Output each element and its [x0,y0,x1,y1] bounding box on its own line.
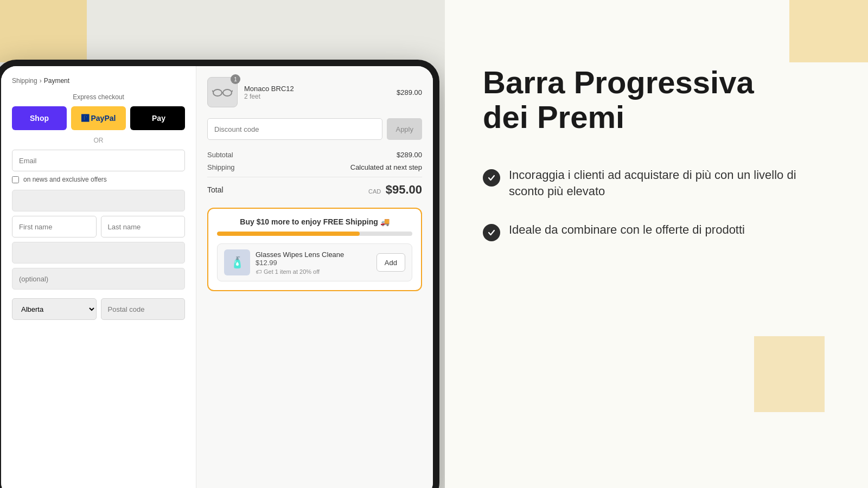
form-section: on news and exclusive offers Alberta [12,150,185,320]
province-row: Alberta [12,298,185,320]
order-summary: 1 Monaco BRC12 2 feet [196,66,433,488]
checkout-sidebar: Shipping › Payment Express checkout Shop… [1,66,196,488]
product-info: Monaco BRC12 2 feet [244,85,390,100]
deco-yellow-top [0,0,87,62]
address-field[interactable] [12,190,185,211]
product-price: $289.00 [397,88,422,97]
check-icon-1 [483,169,500,187]
tablet-screen: Shipping › Payment Express checkout Shop… [1,66,433,488]
progress-bar-fill [217,232,360,236]
paypal-logo: 🅿 PayPal [81,114,116,123]
feature-item-1: Incoraggia i clienti ad acquistare di pi… [483,167,830,201]
breadcrumb-arrow: › [40,77,42,85]
product-badge: 1 [231,74,240,84]
email-field[interactable] [12,150,185,171]
summary-divider [207,177,422,177]
upsell-name: Glasses Wipes Lens Cleane [256,251,371,259]
progress-message: Buy $10 more to enjoy FREE Shipping 🚚 [217,217,412,226]
total-line: Total CAD $95.00 [207,183,422,197]
total-amount: $95.00 [386,183,422,196]
shop-pay-button[interactable]: Shop [12,106,67,130]
breadcrumb: Shipping › Payment [12,77,185,85]
province-select[interactable]: Alberta [12,298,97,320]
paypal-button[interactable]: 🅿 PayPal [71,106,126,130]
upsell-discount: 🏷 Get 1 item at 20% off [256,268,371,275]
subtotal-label: Subtotal [207,151,233,159]
shipping-line: Shipping Calculated at next step [207,163,422,171]
apple-pay-button[interactable]: Pay [130,106,185,130]
main-title: Barra Progressiva dei Premi [483,65,830,134]
subtotal-line: Subtotal $289.00 [207,151,422,159]
newsletter-label: on news and exclusive offers [23,176,107,183]
checkmark-svg-1 [487,173,496,183]
svg-line-4 [232,91,233,92]
title-line2: dei Premi [483,99,624,134]
title-line1: Barra Progressiva [483,65,754,100]
shipping-label: Shipping [207,163,235,171]
first-name-field[interactable] [12,216,97,237]
feature-item-2: Ideale da combinare con le offerte di pr… [483,222,830,241]
express-checkout-label: Express checkout [12,93,185,101]
svg-point-5 [487,173,496,183]
express-buttons: Shop 🅿 PayPal Pay [12,106,185,130]
checkmark-svg-2 [487,228,496,237]
tag-icon: 🏷 [256,268,261,275]
upsell-item: 🧴 Glasses Wipes Lens Cleane $12.99 🏷 Get… [217,243,412,281]
newsletter-row: on news and exclusive offers [12,176,185,183]
check-icon-2 [483,224,500,241]
left-panel: Shipping › Payment Express checkout Shop… [0,0,445,488]
svg-point-1 [223,89,232,96]
breadcrumb-shipping: Shipping [12,77,37,85]
upsell-price: $12.99 [256,259,371,267]
glasses-icon [212,87,233,97]
upsell-info: Glasses Wipes Lens Cleane $12.99 🏷 Get 1… [256,251,371,275]
feature-text-2: Ideale da combinare con le offerte di pr… [509,222,745,239]
address2-field[interactable] [12,242,185,264]
discount-row: Apply [207,118,422,140]
svg-point-0 [213,89,222,96]
apartment-field[interactable] [12,268,185,290]
svg-line-3 [212,91,213,92]
product-row: 1 Monaco BRC12 2 feet [207,77,422,107]
total-label: Total [207,185,224,194]
name-row [12,216,185,237]
svg-point-6 [487,228,496,237]
total-currency: CAD [368,188,381,195]
newsletter-checkbox[interactable] [12,176,19,183]
feature-text-1: Incoraggia i clienti ad acquistare di pi… [509,167,830,201]
right-panel: Barra Progressiva dei Premi Incoraggia i… [445,0,868,488]
postal-field[interactable] [101,298,186,320]
product-name: Monaco BRC12 [244,85,390,93]
upsell-discount-label: Get 1 item at 20% off [264,268,320,275]
discount-input[interactable] [207,118,382,140]
upsell-image: 🧴 [224,249,250,275]
total-amount-group: CAD $95.00 [368,183,422,197]
add-upsell-button[interactable]: Add [376,253,405,272]
breadcrumb-payment: Payment [44,77,69,85]
product-variant: 2 feet [244,93,390,100]
subtotal-value: $289.00 [397,151,422,159]
product-image: 1 [207,77,238,107]
deco-yellow-mid [754,336,825,412]
tablet-device: Shipping › Payment Express checkout Shop… [0,60,439,488]
last-name-field[interactable] [101,216,186,237]
shipping-value: Calculated at next step [350,163,422,171]
apply-button[interactable]: Apply [387,118,422,140]
or-divider: OR [12,137,185,144]
progress-bar-track [217,232,412,236]
progress-widget: Buy $10 more to enjoy FREE Shipping 🚚 🧴 … [207,208,422,291]
deco-yellow-tr [789,0,868,62]
feature-list: Incoraggia i clienti ad acquistare di pi… [483,167,830,242]
